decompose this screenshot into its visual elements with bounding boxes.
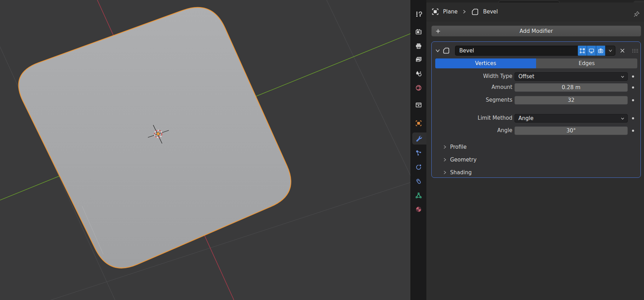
angle-slider[interactable]: 30° [514,126,628,135]
chevron-right-icon [442,145,447,149]
amount-row: Amount 0.28 m [432,83,641,92]
breadcrumb: Plane Bevel [426,2,644,21]
modifier-name-field[interactable]: Bevel [455,46,578,56]
plus-icon [435,28,441,34]
material-icon [415,206,422,213]
tab-scene[interactable] [415,70,422,78]
limit-method-value: Angle [518,115,534,121]
add-modifier-button[interactable]: Add Modifier [431,26,641,36]
limit-method-row: Limit Method Angle [432,114,641,123]
render-properties-icon [415,28,422,35]
chevron-right-icon [461,9,467,15]
amount-slider[interactable]: 0.28 m [514,83,628,92]
chevron-right-icon [442,170,447,175]
view-layer-icon [415,56,422,63]
tab-constraints[interactable] [415,177,422,185]
camera-icon [598,48,604,54]
angle-label: Angle [432,127,512,134]
chevron-right-icon [442,157,447,162]
tab-tool[interactable] [415,10,422,18]
tab-object[interactable] [415,119,422,127]
output-properties-icon [415,43,422,50]
physics-icon [415,164,422,171]
modifiers-wrench-icon [415,135,422,142]
affect-tabs: Vertices Edges [435,58,637,68]
segments-slider[interactable]: 32 [514,96,628,104]
pin-button[interactable] [633,11,640,18]
angle-row: Angle 30° [432,126,641,135]
tab-collection[interactable] [415,101,422,109]
modifier-extras-dropdown[interactable] [605,46,615,56]
properties-panel: Plane Bevel Add Modifier [426,0,644,300]
tab-physics[interactable] [415,163,422,171]
tab-view-layer[interactable] [415,56,422,64]
animate-decorator-dot[interactable] [632,86,634,89]
modifier-name-group: Bevel [455,46,615,56]
pin-icon [633,11,640,18]
animate-decorator-dot[interactable] [632,130,634,132]
collapse-chevron-icon[interactable] [435,47,441,54]
object-origin-dot[interactable] [157,132,160,135]
properties-tab-strip [410,0,426,300]
width-type-value: Offset [518,73,534,80]
monitor-icon [588,48,594,54]
world-properties-icon [415,84,422,91]
toggle-realtime-display[interactable] [587,46,596,56]
drag-grip-icon[interactable] [632,49,639,53]
animate-decorator-dot[interactable] [632,99,634,101]
tab-modifiers[interactable] [415,135,422,142]
chevron-down-icon [620,116,625,121]
section-shading[interactable]: Shading [442,169,472,176]
object-properties-icon [415,120,422,127]
tab-object-data[interactable] [415,192,422,199]
section-geometry[interactable]: Geometry [442,156,477,163]
edit-mode-icon [579,48,585,54]
modifier-header: Bevel [432,45,641,56]
particles-icon [415,149,422,157]
tab-material[interactable] [415,205,422,213]
editor-header-clipped [426,0,644,2]
segments-row: Segments 32 [432,96,641,104]
tool-icon [415,11,422,18]
collection-properties-icon [415,101,422,108]
tab-output[interactable] [415,42,422,50]
tab-render[interactable] [415,28,422,36]
object-icon [431,8,439,16]
bevel-modifier-icon [471,8,479,16]
beveled-plane-object[interactable] [19,7,291,268]
segments-label: Segments [432,97,512,103]
tab-edges[interactable]: Edges [536,58,637,68]
add-modifier-label: Add Modifier [519,28,553,34]
object-data-icon [415,192,422,199]
toggle-edit-mode-display[interactable] [578,46,587,56]
section-geometry-label: Geometry [450,157,477,163]
width-type-row: Width Type Offset [432,72,641,81]
amount-label: Amount [432,84,512,90]
blender-window: Plane Bevel Add Modifier [0,0,644,300]
width-type-label: Width Type [432,73,512,79]
breadcrumb-modifier[interactable]: Bevel [483,9,498,15]
bevel-modifier-icon [442,47,450,55]
scene-properties-icon [415,70,422,77]
animate-decorator-dot[interactable] [632,117,634,119]
tab-world[interactable] [415,84,422,92]
toggle-render-display[interactable] [596,46,605,56]
limit-method-label: Limit Method [432,115,512,121]
section-profile[interactable]: Profile [442,143,467,151]
limit-method-dropdown[interactable]: Angle [514,114,628,123]
section-profile-label: Profile [450,144,467,150]
chevron-down-icon [608,48,613,53]
viewport-canvas [0,0,410,300]
chevron-down-icon [620,74,625,79]
tab-vertices[interactable]: Vertices [435,58,536,68]
tab-particles[interactable] [415,149,422,157]
3d-viewport[interactable] [0,0,410,300]
bevel-modifier-panel: Bevel [431,41,641,178]
breadcrumb-object[interactable]: Plane [443,9,458,15]
width-type-dropdown[interactable]: Offset [514,72,628,81]
animate-decorator-dot[interactable] [632,75,634,78]
close-icon[interactable] [619,47,626,54]
section-shading-label: Shading [450,169,472,176]
constraints-icon [415,178,422,185]
